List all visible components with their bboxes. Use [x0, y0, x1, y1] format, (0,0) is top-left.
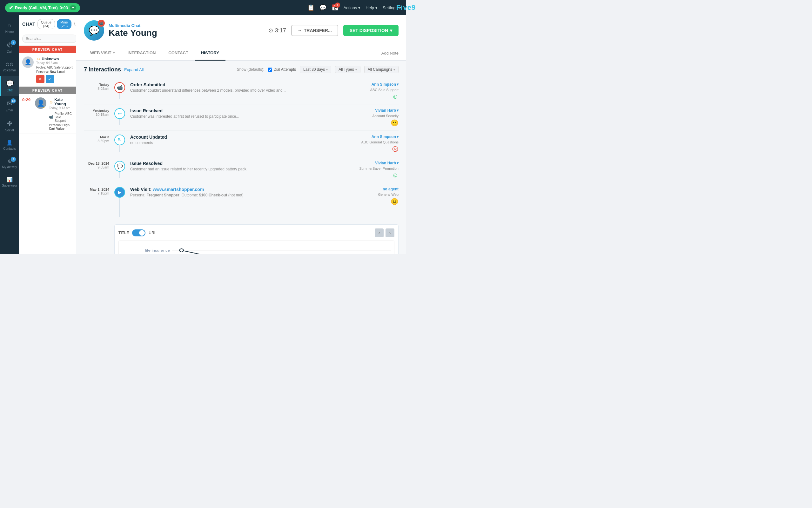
home-icon: ⌂	[8, 22, 11, 29]
ready-status-badge[interactable]: ✔ Ready (Call, VM, Text) 0:03 ▼	[5, 3, 80, 12]
timeline-line	[119, 93, 120, 99]
history-panel: 7 Interactions Expand All Show (defaults…	[76, 60, 406, 254]
tab-webvisit[interactable]: WEB VISIT ▾	[84, 46, 121, 60]
interaction-item-1: Today 8:02am 📹 Order Submitted Customer …	[84, 78, 398, 104]
reject-button[interactable]: ✕	[36, 75, 44, 83]
sidebar-item-contacts[interactable]: 👤 Contacts	[0, 136, 19, 154]
search-input[interactable]	[22, 35, 76, 43]
top-nav-left: ✔ Ready (Call, VM, Text) 0:03 ▼	[5, 3, 80, 12]
preview-chat-label-2: PREVIEW CHAT	[19, 87, 76, 94]
expand-all-button[interactable]: Expand All	[124, 67, 144, 72]
chat-panel-header: CHAT Queue (34) Mine (2/5) ↻	[19, 15, 76, 32]
interaction-date-1: Today 8:02am	[84, 82, 109, 90]
agent-noagent: no agent	[383, 187, 398, 191]
last-days-dropdown[interactable]: Last 30 days ▾	[300, 66, 331, 73]
help-button[interactable]: Help▾	[365, 5, 378, 10]
last-days-chevron-icon: ▾	[326, 68, 328, 71]
check-icon: ✔	[9, 5, 13, 11]
timeline-line-2	[119, 119, 120, 125]
disposition-chevron-icon: ▾	[390, 28, 392, 33]
all-types-dropdown[interactable]: All Types ▾	[335, 66, 360, 73]
sentiment-happy-icon-4: ☺	[392, 172, 398, 179]
history-header-left: 7 Interactions Expand All	[84, 66, 144, 73]
chat-avatar-unknown: 👤	[22, 56, 34, 68]
interaction-item-5: May 1, 2014 7:18pm ▶ Web Visit: www.smar…	[84, 183, 398, 254]
interaction-timeline-3: ↻	[114, 134, 125, 152]
web-prev-button[interactable]: ‹	[375, 228, 384, 237]
set-disposition-button[interactable]: SET DISPOSITION ▾	[343, 25, 398, 36]
sidebar-item-social[interactable]: ✤ Social	[0, 116, 19, 136]
dial-attempts-input[interactable]	[268, 68, 272, 72]
tab-interaction[interactable]: INTERACTION	[121, 46, 162, 60]
sentiment-neutral-icon-5: 😐	[391, 198, 398, 205]
actions-button[interactable]: Actions▾	[344, 5, 361, 10]
interaction-body-4: Issue Resolved Customer had an issue rel…	[130, 161, 343, 171]
calendar-icon[interactable]: 📅 1	[332, 4, 339, 11]
agent-chevron-icon-2: ▾	[397, 108, 398, 113]
tab-contact[interactable]: CONTACT	[162, 46, 195, 60]
voicemail-icon: ⊚⊚	[5, 61, 14, 67]
logo-text: Five	[396, 3, 406, 11]
sidebar-label-social: Social	[5, 128, 14, 132]
show-label: Show (defaults):	[237, 67, 265, 72]
email-badge: 13	[11, 98, 16, 103]
app-logo: Five9	[396, 3, 406, 12]
transfer-arrow-icon: →	[298, 28, 302, 33]
chat-item-body-unknown: ☺ Unknown Today, 9:16 am Profile: ABC Sa…	[36, 56, 73, 83]
web-visit-toggle-bar: TITLE URL ‹ ›	[118, 228, 394, 237]
sidebar-label-chat: Chat	[7, 88, 13, 92]
queue-tab-button[interactable]: Queue (34)	[37, 19, 55, 29]
agent-chevron-icon: ▾	[397, 82, 398, 87]
calendar-badge: 1	[335, 3, 340, 8]
sidebar-item-myactivity[interactable]: 2 ⊕ My Activity	[0, 154, 19, 173]
interaction-icon-arrow-5: ▶	[114, 187, 125, 198]
chat-contact-name: Kate Young	[109, 28, 157, 38]
main-content: 💬 📹 Multimedia Chat Kate Young ⊙ 3:17 → …	[76, 15, 406, 254]
tab-history[interactable]: HISTORY	[195, 46, 226, 60]
chat-item-unknown[interactable]: 👤 ☺ Unknown Today, 9:16 am Profile: ABC …	[19, 53, 76, 87]
chat-item-kate[interactable]: 0:29 👤 🔒 ☺ Kate Young Today, 9:13 am 📹 P…	[19, 94, 76, 134]
agent-vivian-1[interactable]: Vivian Harb ▾	[375, 108, 398, 113]
agent-ann-2[interactable]: Ann Simpson ▾	[372, 134, 398, 139]
transfer-button[interactable]: → TRANSFER...	[291, 25, 338, 36]
chat-header-info: Multimedia Chat Kate Young	[109, 23, 157, 38]
sidebar-label-supervisor: Supervisor	[2, 184, 17, 187]
interaction-icon-chat-4: 💬	[114, 161, 125, 172]
agent-vivian-2[interactable]: Vivian Harb ▾	[375, 161, 398, 165]
history-filters: Show (defaults): Dial Attempts Last 30 d…	[237, 66, 398, 73]
add-note-button[interactable]: Add Note	[381, 46, 398, 60]
chat-icon[interactable]: 💬	[319, 4, 326, 11]
sidebar-item-supervisor[interactable]: 📊 Supervisor	[0, 173, 19, 191]
call-badge: 1	[11, 40, 16, 45]
sidebar-item-chat[interactable]: 💬 Chat	[0, 76, 19, 96]
chat-item-profile-unknown: Profile: ABC Sale Support	[36, 66, 73, 69]
chat-item-time-unknown: Today, 9:16 am	[36, 61, 73, 65]
interaction-timeline-5: ▶	[114, 187, 125, 217]
accept-button[interactable]: ✓	[46, 75, 54, 83]
web-next-button[interactable]: ›	[386, 228, 394, 237]
svg-text:life insurance: life insurance	[145, 248, 170, 253]
interaction-date-4: Dec 18, 2014 9:05am	[84, 161, 109, 169]
agent-chevron-icon-3: ▾	[397, 134, 398, 139]
mine-tab-button[interactable]: Mine (2/5)	[57, 19, 72, 29]
interaction-timeline-1: 📹	[114, 82, 125, 99]
refresh-icon[interactable]: ↻	[73, 22, 76, 27]
chat-item-name-kate: Kate Young	[54, 97, 73, 106]
interaction-body-2: Issue Resolved Customer was interested a…	[130, 108, 343, 119]
all-campaigns-dropdown[interactable]: All Campaigns ▾	[364, 66, 398, 73]
dial-attempts-checkbox[interactable]: Dial Attempts	[268, 67, 296, 72]
ready-dropdown-arrow[interactable]: ▼	[70, 5, 76, 10]
sidebar-item-call[interactable]: 1 ✆ Call	[0, 37, 19, 57]
chat-timer: 0:29	[22, 97, 32, 102]
sidebar-item-email[interactable]: 13 ✉ Email	[0, 96, 19, 116]
sidebar-item-voicemail[interactable]: ⊚⊚ Voicemail	[0, 57, 19, 76]
web-visit-link[interactable]: www.smartshopper.com	[153, 187, 204, 192]
agent-ann-1[interactable]: Ann Simpson ▾	[372, 82, 398, 87]
chat-panel-title: CHAT	[22, 22, 36, 27]
chat-header: 💬 📹 Multimedia Chat Kate Young ⊙ 3:17 → …	[76, 15, 406, 46]
title-url-toggle[interactable]	[132, 229, 146, 237]
icon-sidebar: ⌂ Home 1 ✆ Call ⊚⊚ Voicemail 💬 Chat 13 ✉…	[0, 15, 19, 254]
notepad-icon[interactable]: 📋	[307, 4, 314, 11]
sidebar-item-home[interactable]: ⌂ Home	[0, 18, 19, 37]
agent-chevron-icon-4: ▾	[397, 161, 398, 165]
